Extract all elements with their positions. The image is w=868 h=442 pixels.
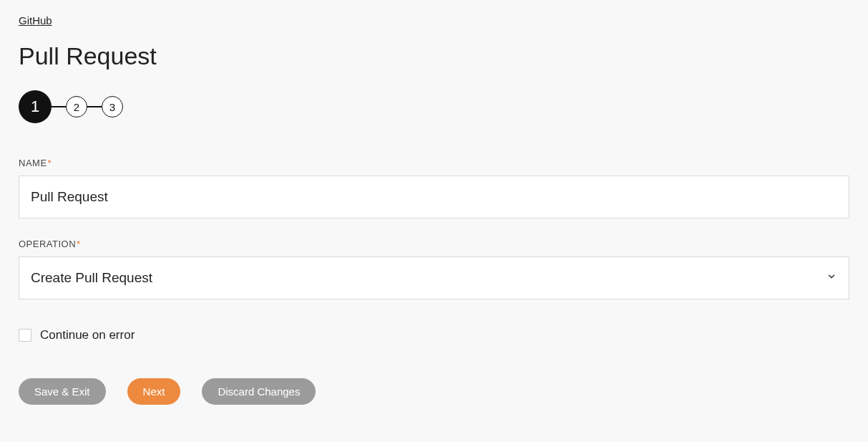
page-title: Pull Request <box>19 42 849 70</box>
action-buttons: Save & Exit Next Discard Changes <box>19 378 849 405</box>
breadcrumb-link[interactable]: GitHub <box>19 14 52 27</box>
operation-select-wrap: Create Pull Request <box>19 256 849 299</box>
operation-label-text: OPERATION <box>19 239 76 249</box>
continue-on-error-checkbox[interactable] <box>19 329 31 342</box>
operation-selected-value: Create Pull Request <box>31 270 152 286</box>
operation-select[interactable]: Create Pull Request <box>19 256 849 299</box>
operation-field-group: OPERATION* Create Pull Request <box>19 239 849 299</box>
save-exit-button[interactable]: Save & Exit <box>19 378 106 405</box>
next-button[interactable]: Next <box>127 378 181 405</box>
required-star: * <box>48 158 52 168</box>
step-3[interactable]: 3 <box>102 96 123 117</box>
operation-label: OPERATION* <box>19 239 849 249</box>
continue-on-error-label: Continue on error <box>40 328 135 342</box>
step-1[interactable]: 1 <box>19 90 52 123</box>
required-star: * <box>77 239 81 249</box>
name-label-text: NAME <box>19 158 47 168</box>
name-input[interactable] <box>19 176 849 218</box>
stepper: 1 2 3 <box>19 90 849 123</box>
step-separator <box>87 106 102 107</box>
continue-on-error-row: Continue on error <box>19 328 849 342</box>
step-separator <box>52 106 66 107</box>
name-field-group: NAME* <box>19 158 849 218</box>
discard-button[interactable]: Discard Changes <box>202 378 316 405</box>
name-label: NAME* <box>19 158 849 168</box>
step-2[interactable]: 2 <box>66 96 87 117</box>
